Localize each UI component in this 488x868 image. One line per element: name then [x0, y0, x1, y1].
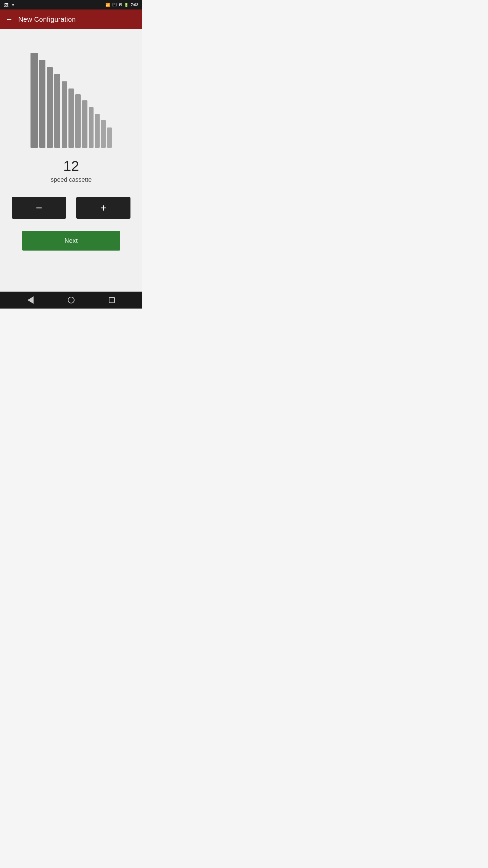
time-display: 7:02 — [131, 3, 138, 7]
bluetooth-icon: 📶 — [105, 3, 110, 7]
back-button[interactable]: ← — [5, 16, 13, 23]
main-content: 12 speed cassette − + Next — [0, 29, 142, 292]
home-nav-icon — [68, 297, 75, 303]
page-title: New Configuration — [18, 16, 76, 23]
app-bar: ← New Configuration — [0, 9, 142, 29]
cassette-bar — [107, 127, 112, 148]
app-icon: ✦ — [11, 2, 15, 7]
counter-label: speed cassette — [50, 176, 92, 183]
cassette-bar — [95, 114, 100, 148]
status-bar-right-icons: 📶 📳 ☒ 🔋 7:02 — [105, 3, 138, 7]
nav-recents-button[interactable] — [105, 293, 119, 307]
next-button[interactable]: Next — [22, 231, 120, 251]
gallery-icon: 🖼 — [4, 2, 8, 7]
cassette-visual — [7, 36, 136, 151]
decrement-button[interactable]: − — [12, 197, 66, 219]
recents-nav-icon — [109, 297, 115, 303]
controls-row: − + — [12, 197, 130, 219]
status-bar: 🖼 ✦ 📶 📳 ☒ 🔋 7:02 — [0, 0, 142, 9]
cassette-bar — [68, 88, 74, 148]
battery-icon: 🔋 — [124, 3, 129, 7]
nav-home-button[interactable] — [64, 293, 78, 307]
cassette-bar — [39, 60, 45, 148]
counter-value: 12 — [63, 158, 79, 174]
cassette-bar — [101, 120, 106, 148]
bottom-nav — [0, 292, 142, 309]
status-bar-left-icons: 🖼 ✦ — [4, 2, 15, 7]
cassette-bar — [89, 107, 94, 148]
cassette-bar — [30, 53, 38, 148]
vibrate-icon: 📳 — [112, 3, 117, 7]
cassette-bar — [62, 81, 67, 148]
cassette-bar — [54, 74, 60, 148]
increment-button[interactable]: + — [76, 197, 130, 219]
cassette-bar — [47, 67, 53, 148]
nav-back-button[interactable] — [24, 293, 37, 307]
back-nav-icon — [27, 296, 34, 304]
cassette-bar — [82, 100, 87, 148]
no-sim-icon: ☒ — [119, 3, 122, 7]
cassette-bar — [75, 94, 81, 148]
